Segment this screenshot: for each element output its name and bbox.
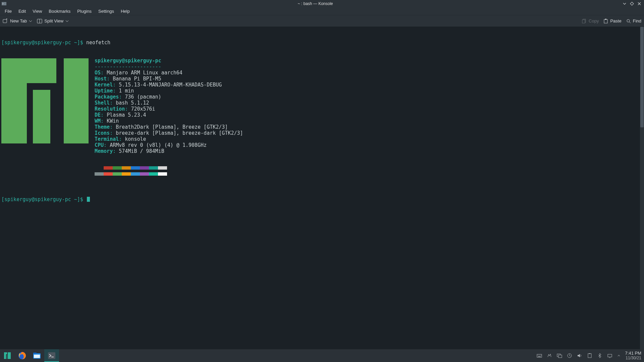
svg-rect-10 [582, 20, 585, 23]
svg-rect-11 [604, 19, 607, 23]
svg-rect-0 [2, 2, 6, 5]
search-icon [626, 19, 631, 23]
menu-help[interactable]: Help [117, 8, 133, 14]
tray-expand-icon[interactable] [617, 354, 621, 357]
copy-label: Copy [589, 18, 599, 23]
svg-point-28 [539, 355, 539, 355]
minimize-button[interactable] [623, 2, 627, 6]
prompt-line-idle: [spikerguy@spikerguy-pc ~]$ [1, 196, 639, 202]
scrollbar[interactable] [640, 27, 644, 349]
svg-rect-36 [588, 354, 591, 358]
prompt-line: [spikerguy@spikerguy-pc ~]$ neofetch [1, 40, 639, 46]
terminal-viewport: [spikerguy@spikerguy-pc ~]$ neofetch spi… [0, 27, 644, 349]
svg-rect-33 [558, 355, 562, 358]
system-tray [537, 353, 623, 358]
window-titlebar: ~ : bash — Konsole [0, 0, 644, 7]
paste-icon [603, 19, 608, 23]
find-button[interactable]: Find [626, 18, 641, 23]
menu-plugins[interactable]: Plugins [74, 8, 95, 14]
clipboard-icon[interactable] [587, 353, 592, 358]
bluetooth-icon[interactable] [597, 353, 602, 358]
paste-label: Paste [610, 18, 621, 23]
app-icon [0, 1, 8, 6]
menu-bookmarks[interactable]: Bookmarks [45, 8, 74, 14]
updates-icon[interactable] [567, 353, 572, 358]
firefox-icon[interactable] [15, 349, 30, 362]
svg-marker-1 [630, 2, 634, 5]
split-view-icon [37, 18, 42, 24]
volume-icon[interactable] [577, 353, 582, 358]
svg-rect-38 [608, 354, 612, 357]
svg-rect-19 [7, 355, 8, 359]
display-icon[interactable] [557, 353, 562, 358]
toolbar: New Tab Split View Copy Paste Find [0, 15, 644, 27]
new-tab-button[interactable]: New Tab [3, 18, 32, 24]
start-menu-button[interactable] [0, 349, 15, 362]
command-text: neofetch [86, 40, 110, 46]
prompt-prefix: [spikerguy@spikerguy-pc ~]$ [1, 40, 83, 46]
chevron-down-icon [65, 19, 69, 23]
svg-rect-18 [6, 355, 7, 359]
system-info: spikerguy@spikerguy-pc------------------… [95, 58, 243, 172]
svg-point-30 [541, 355, 541, 355]
svg-point-27 [538, 355, 538, 355]
svg-rect-23 [34, 355, 40, 358]
close-button[interactable] [637, 2, 641, 6]
file-manager-icon[interactable] [30, 349, 44, 362]
chevron-down-icon [29, 19, 32, 23]
svg-rect-37 [589, 353, 590, 354]
menubar: File Edit View Bookmarks Plugins Setting… [0, 7, 644, 15]
network-icon[interactable] [607, 353, 612, 358]
paste-button[interactable]: Paste [603, 18, 621, 23]
find-label: Find [633, 18, 641, 23]
svg-line-14 [629, 22, 631, 23]
svg-rect-16 [8, 352, 11, 359]
window-title: ~ : bash — Konsole [8, 1, 623, 6]
clock-date: 11/30/21 [625, 356, 641, 360]
copy-button[interactable]: Copy [582, 18, 599, 23]
svg-rect-12 [605, 19, 606, 20]
split-view-button[interactable]: Split View [37, 18, 69, 24]
menu-file[interactable]: File [1, 8, 15, 14]
svg-marker-35 [578, 354, 580, 357]
split-view-label: Split View [44, 18, 63, 23]
svg-rect-31 [538, 356, 541, 357]
clock[interactable]: 7:41 PM 11/30/21 [623, 351, 644, 360]
copy-icon [582, 19, 587, 23]
konsole-task-icon[interactable] [44, 349, 59, 362]
svg-rect-22 [33, 353, 37, 354]
neofetch-output: spikerguy@spikerguy-pc------------------… [1, 58, 639, 172]
prompt-prefix: [spikerguy@spikerguy-pc ~]$ [1, 196, 83, 202]
svg-rect-24 [48, 352, 55, 359]
keyboard-layout-icon[interactable] [537, 353, 542, 358]
svg-point-13 [627, 19, 630, 22]
clock-time: 7:41 PM [625, 351, 641, 356]
svg-point-29 [540, 355, 540, 355]
maximize-button[interactable] [630, 2, 634, 6]
menu-edit[interactable]: Edit [15, 8, 29, 14]
svg-rect-26 [537, 354, 542, 357]
new-tab-label: New Tab [10, 18, 27, 23]
svg-rect-17 [6, 354, 7, 355]
svg-rect-4 [3, 19, 7, 23]
window-controls [623, 2, 644, 6]
menu-settings[interactable]: Settings [95, 8, 117, 14]
taskbar: 7:41 PM 11/30/21 [0, 349, 644, 362]
terminal[interactable]: [spikerguy@spikerguy-pc ~]$ neofetch spi… [0, 27, 640, 349]
distro-logo [1, 58, 89, 145]
cursor [87, 197, 90, 202]
menu-view[interactable]: View [29, 8, 45, 14]
scrollbar-thumb[interactable] [640, 27, 644, 127]
kde-connect-icon[interactable] [547, 353, 552, 358]
new-tab-icon [3, 18, 8, 24]
